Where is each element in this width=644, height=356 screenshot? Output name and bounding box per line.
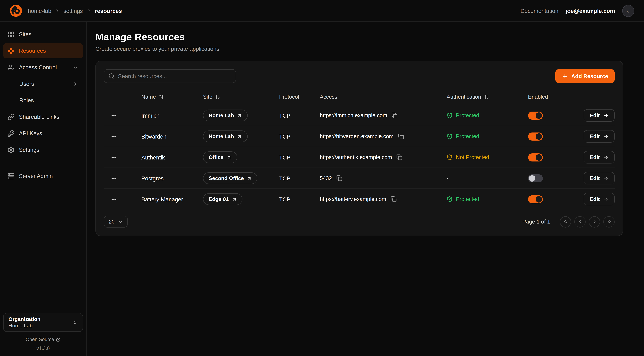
site-link-button[interactable]: Home Lab (203, 110, 248, 121)
access-url: https://immich.example.com (320, 112, 387, 118)
sidebar-footer: Organization Home Lab Open Source v1.3.0 (3, 308, 83, 356)
copy-icon[interactable] (336, 175, 342, 181)
sidebar-item-resources[interactable]: Resources (3, 43, 83, 58)
server-icon (8, 173, 14, 180)
organization-selector[interactable]: Organization Home Lab (3, 313, 83, 332)
site-name: Edge 01 (209, 196, 229, 202)
sidebar-item-users[interactable]: Users (3, 76, 83, 92)
top-bar: home-lab settings resources Documentatio… (0, 0, 644, 22)
add-resource-button[interactable]: Add Resource (556, 69, 614, 83)
breadcrumb-home-lab[interactable]: home-lab (28, 8, 51, 14)
arrow-right-icon (603, 113, 608, 118)
sidebar-item-label: Roles (19, 97, 34, 104)
copy-icon[interactable] (390, 196, 396, 202)
main-content: Manage Resources Create secure proxies t… (86, 22, 644, 356)
ellipsis-icon (111, 175, 117, 182)
sidebar-item-label: Sites (19, 31, 32, 38)
chevron-down-icon (72, 64, 78, 70)
waypoints-icon (8, 48, 14, 54)
enabled-toggle[interactable] (528, 112, 543, 120)
row-actions-button[interactable] (104, 154, 141, 160)
app-logo-icon[interactable] (10, 4, 22, 17)
enabled-toggle[interactable] (528, 132, 543, 140)
documentation-link[interactable]: Documentation (520, 8, 558, 14)
avatar[interactable]: J (622, 5, 634, 17)
copy-icon[interactable] (392, 112, 398, 118)
column-header-site[interactable]: Site (203, 94, 279, 100)
resource-name: Postgres (141, 175, 203, 182)
enabled-toggle[interactable] (528, 195, 543, 203)
arrow-up-right-icon (232, 197, 237, 202)
sidebar-item-api-keys[interactable]: API Keys (3, 126, 83, 141)
sort-icon[interactable] (159, 94, 164, 99)
search-icon (108, 73, 115, 79)
edit-button[interactable]: Edit (584, 130, 614, 142)
sidebar-item-access-control[interactable]: Access Control (3, 60, 83, 75)
copy-icon[interactable] (398, 133, 404, 139)
sidebar-item-settings[interactable]: Settings (3, 142, 83, 158)
site-link-button[interactable]: Home Lab (203, 130, 248, 142)
sort-icon[interactable] (484, 94, 489, 99)
sidebar-item-server-admin[interactable]: Server Admin (3, 168, 83, 184)
column-header-enabled: Enabled (528, 94, 582, 100)
resources-card: Add Resource Name Site Protocol (96, 61, 623, 236)
site-link-button[interactable]: Office (203, 152, 237, 163)
page-size-select[interactable]: 20 (104, 216, 128, 228)
row-actions-button[interactable] (104, 112, 141, 119)
copy-icon[interactable] (396, 154, 402, 160)
chevron-left-icon (578, 219, 583, 224)
edit-button[interactable]: Edit (584, 193, 614, 206)
shield-check-icon (447, 133, 453, 139)
arrow-right-icon (603, 134, 608, 139)
page-info: Page 1 of 1 (522, 219, 550, 225)
protocol-value: TCP (279, 133, 320, 140)
site-link-button[interactable]: Edge 01 (203, 193, 242, 205)
first-page-button[interactable] (560, 216, 571, 228)
resource-name: Bitwarden (141, 133, 203, 140)
protocol-value: TCP (279, 112, 320, 119)
sidebar-item-label: Resources (19, 48, 46, 54)
search-input[interactable] (104, 69, 236, 83)
access-url: 5432 (320, 175, 332, 181)
enabled-toggle[interactable] (528, 153, 543, 161)
link-icon (8, 114, 14, 120)
auth-label: - (447, 175, 448, 181)
sidebar-item-sites[interactable]: Sites (3, 26, 83, 42)
edit-label: Edit (590, 133, 600, 139)
column-header-name[interactable]: Name (141, 94, 203, 100)
shield-check-icon (447, 112, 453, 118)
previous-page-button[interactable] (574, 216, 586, 228)
row-actions-button[interactable] (104, 196, 141, 202)
table-toolbar: Add Resource (104, 69, 614, 83)
open-source-link[interactable]: Open Source (3, 337, 83, 342)
resource-name: Immich (141, 112, 203, 119)
last-page-button[interactable] (603, 216, 614, 228)
sort-icon[interactable] (215, 94, 220, 99)
enabled-toggle[interactable] (528, 174, 543, 182)
ellipsis-icon (111, 196, 117, 202)
next-page-button[interactable] (589, 216, 600, 228)
users-icon (8, 64, 14, 71)
plus-icon (562, 73, 568, 79)
toggle-knob (536, 196, 542, 202)
sidebar-item-shareable-links[interactable]: Shareable Links (3, 109, 83, 124)
row-actions-button[interactable] (104, 175, 141, 182)
sidebar-item-label: API Keys (19, 130, 42, 136)
site-link-button[interactable]: Second Office (203, 172, 258, 184)
edit-button[interactable]: Edit (584, 109, 614, 122)
chevron-right-icon (72, 81, 78, 87)
breadcrumb-settings[interactable]: settings (63, 8, 83, 14)
shield-off-icon (447, 154, 453, 160)
page-size-value: 20 (109, 219, 114, 225)
edit-label: Edit (590, 175, 600, 181)
auth-label: Not Protected (456, 154, 489, 160)
sidebar-item-roles[interactable]: Roles (3, 92, 83, 108)
edit-button[interactable]: Edit (584, 172, 614, 184)
search-box (104, 69, 236, 83)
column-header-authentication[interactable]: Authentication (447, 94, 528, 100)
row-actions-button[interactable] (104, 133, 141, 140)
arrow-up-right-icon (237, 113, 242, 118)
edit-label: Edit (590, 154, 600, 160)
chevron-right-icon (592, 219, 597, 224)
edit-button[interactable]: Edit (584, 151, 614, 164)
